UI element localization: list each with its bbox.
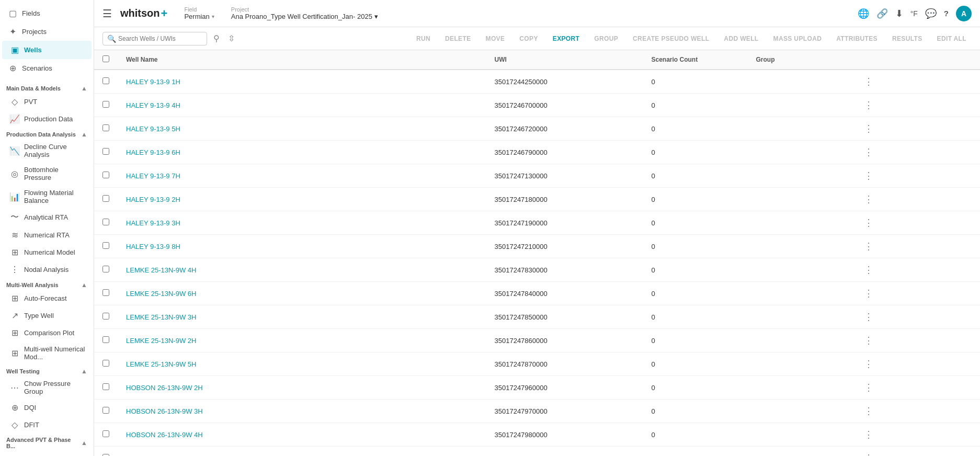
row-checkbox-14[interactable] — [102, 407, 109, 414]
sidebar-item-flowing-material-balance[interactable]: 📊 Flowing Material Balance — [2, 185, 92, 208]
row-more-button-0[interactable]: ⋮ — [861, 75, 876, 88]
row-more-button-8[interactable]: ⋮ — [861, 263, 876, 277]
row-actions-13[interactable]: ⋮ — [852, 376, 981, 400]
row-checkbox-16[interactable] — [102, 454, 109, 456]
row-well-name-6[interactable]: HALEY 9-13-9 3H — [118, 211, 486, 235]
row-more-button-15[interactable]: ⋮ — [861, 428, 876, 441]
row-actions-16[interactable]: ⋮ — [852, 447, 981, 457]
add-well-button[interactable]: ADD WELL — [719, 32, 764, 45]
move-button[interactable]: MOVE — [481, 32, 510, 45]
search-box[interactable]: 🔍 — [102, 32, 207, 45]
row-checkbox-2[interactable] — [102, 124, 109, 131]
row-well-name-0[interactable]: HALEY 9-13-9 1H — [118, 70, 486, 94]
row-more-button-6[interactable]: ⋮ — [861, 216, 876, 230]
row-checkbox-15[interactable] — [102, 430, 109, 437]
row-more-button-1[interactable]: ⋮ — [861, 98, 876, 112]
row-checkbox-8[interactable] — [102, 266, 109, 272]
row-actions-15[interactable]: ⋮ — [852, 423, 981, 447]
sidebar-item-virtual-pvt-lab[interactable]: ◈ Virtual PVT Lab — [2, 450, 92, 456]
row-check-11[interactable] — [94, 329, 118, 352]
sidebar-item-dfit[interactable]: ◇ DFIT — [2, 416, 92, 434]
download-icon[interactable]: ⬇ — [895, 8, 903, 19]
row-checkbox-4[interactable] — [102, 172, 109, 178]
row-check-8[interactable] — [94, 258, 118, 282]
row-check-13[interactable] — [94, 376, 118, 400]
row-actions-2[interactable]: ⋮ — [852, 117, 981, 141]
section-main-data[interactable]: Main Data & Models ▲ — [0, 82, 94, 93]
row-more-button-10[interactable]: ⋮ — [861, 310, 876, 324]
row-check-16[interactable] — [94, 447, 118, 457]
results-button[interactable]: RESULTS — [887, 32, 928, 45]
attributes-button[interactable]: ATTRIBUTES — [831, 32, 883, 45]
sidebar-item-comparison-plot[interactable]: ⊞ Comparison Plot — [2, 324, 92, 341]
sidebar-item-projects[interactable]: ✦ Projects — [0, 22, 94, 41]
row-well-name-12[interactable]: LEMKE 25-13N-9W 5H — [118, 352, 486, 376]
row-checkbox-3[interactable] — [102, 148, 109, 155]
row-checkbox-7[interactable] — [102, 242, 109, 249]
row-checkbox-12[interactable] — [102, 360, 109, 367]
row-checkbox-13[interactable] — [102, 383, 109, 390]
row-well-name-8[interactable]: LEMKE 25-13N-9W 4H — [118, 258, 486, 282]
edit-all-button[interactable]: EDIT ALL — [932, 32, 972, 45]
row-check-9[interactable] — [94, 282, 118, 305]
sidebar-item-scenarios[interactable]: ⊕ Scenarios — [0, 59, 94, 77]
mass-upload-button[interactable]: MASS UPLOAD — [768, 32, 827, 45]
row-actions-10[interactable]: ⋮ — [852, 305, 981, 329]
row-well-name-16[interactable]: HOBSON 26-13N-9W 5H — [118, 447, 486, 457]
hamburger-icon[interactable]: ☰ — [102, 7, 112, 20]
row-actions-14[interactable]: ⋮ — [852, 400, 981, 423]
sidebar-item-dqi[interactable]: ⊕ DQI — [2, 399, 92, 416]
row-more-button-12[interactable]: ⋮ — [861, 357, 876, 371]
chat-icon[interactable]: 💬 — [925, 8, 937, 19]
row-check-15[interactable] — [94, 423, 118, 447]
row-check-12[interactable] — [94, 352, 118, 376]
row-more-button-9[interactable]: ⋮ — [861, 287, 876, 300]
sidebar-item-fields[interactable]: ▢ Fields — [0, 4, 94, 22]
row-more-button-13[interactable]: ⋮ — [861, 381, 876, 394]
row-checkbox-0[interactable] — [102, 77, 109, 84]
section-advanced-pvt[interactable]: Advanced PVT & Phase B... ▲ — [0, 434, 94, 450]
row-actions-1[interactable]: ⋮ — [852, 94, 981, 117]
sidebar-item-pvt[interactable]: ◇ PVT — [2, 93, 92, 110]
row-actions-7[interactable]: ⋮ — [852, 235, 981, 258]
row-more-button-14[interactable]: ⋮ — [861, 404, 876, 418]
sidebar-item-type-well[interactable]: ↗ Type Well — [2, 307, 92, 324]
row-well-name-5[interactable]: HALEY 9-13-9 2H — [118, 188, 486, 211]
project-selector[interactable]: Ana Proano_Type Well Certification_Jan- … — [231, 13, 378, 20]
temperature-icon[interactable]: °F — [910, 9, 918, 18]
sidebar-item-numerical-model[interactable]: ⊞ Numerical Model — [2, 244, 92, 261]
row-check-2[interactable] — [94, 117, 118, 141]
row-more-button-4[interactable]: ⋮ — [861, 169, 876, 183]
sidebar-item-analytical-rta[interactable]: 〜 Analytical RTA — [2, 208, 92, 226]
row-check-14[interactable] — [94, 400, 118, 423]
row-more-button-11[interactable]: ⋮ — [861, 334, 876, 347]
row-check-3[interactable] — [94, 141, 118, 164]
row-more-button-16[interactable]: ⋮ — [861, 451, 876, 456]
sidebar-item-numerical-rta[interactable]: ≋ Numerical RTA — [2, 226, 92, 244]
row-actions-5[interactable]: ⋮ — [852, 188, 981, 211]
row-checkbox-6[interactable] — [102, 219, 109, 225]
row-actions-3[interactable]: ⋮ — [852, 141, 981, 164]
row-check-5[interactable] — [94, 188, 118, 211]
row-well-name-1[interactable]: HALEY 9-13-9 4H — [118, 94, 486, 117]
row-well-name-11[interactable]: LEMKE 25-13N-9W 2H — [118, 329, 486, 352]
user-avatar[interactable]: A — [956, 6, 972, 21]
sidebar-item-bottomhole-pressure[interactable]: ◎ Bottomhole Pressure — [2, 162, 92, 185]
sort-icon[interactable]: ⇳ — [226, 31, 237, 45]
sidebar-item-multi-numerical[interactable]: ⊞ Multi-well Numerical Mod... — [2, 341, 92, 364]
row-checkbox-11[interactable] — [102, 336, 109, 343]
section-well-testing[interactable]: Well Testing ▲ — [0, 364, 94, 376]
create-pseudo-well-button[interactable]: CREATE PSEUDO WELL — [628, 32, 714, 45]
link-icon[interactable]: 🔗 — [876, 8, 888, 19]
row-well-name-13[interactable]: HOBSON 26-13N-9W 2H — [118, 376, 486, 400]
group-button[interactable]: GROUP — [589, 32, 623, 45]
row-actions-12[interactable]: ⋮ — [852, 352, 981, 376]
row-check-1[interactable] — [94, 94, 118, 117]
globe-icon[interactable]: 🌐 — [858, 8, 869, 19]
row-check-6[interactable] — [94, 211, 118, 235]
row-well-name-4[interactable]: HALEY 9-13-9 7H — [118, 164, 486, 188]
sidebar-item-auto-forecast[interactable]: ⊞ Auto-Forecast — [2, 290, 92, 307]
row-check-7[interactable] — [94, 235, 118, 258]
row-well-name-9[interactable]: LEMKE 25-13N-9W 6H — [118, 282, 486, 305]
row-well-name-14[interactable]: HOBSON 26-13N-9W 3H — [118, 400, 486, 423]
